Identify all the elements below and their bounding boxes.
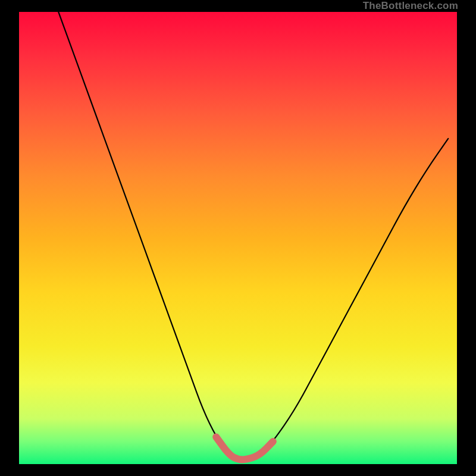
chart-frame: TheBottleneck.com	[0, 0, 476, 476]
trough-highlight	[216, 437, 273, 459]
attribution-text: TheBottleneck.com	[363, 0, 458, 12]
bottleneck-curve	[58, 12, 448, 459]
plot-area	[19, 12, 457, 464]
curve-svg	[19, 12, 457, 464]
